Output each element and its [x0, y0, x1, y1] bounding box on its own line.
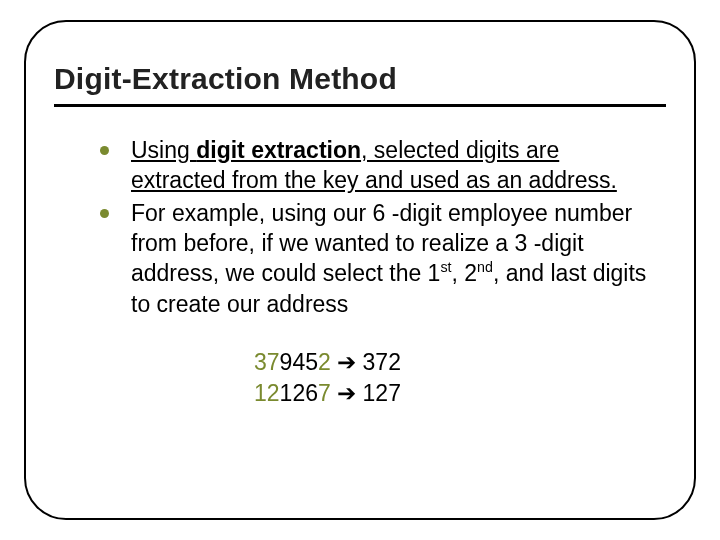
bullet-pre: Using [131, 137, 196, 163]
ex-digit-highlight: 2 [318, 349, 331, 375]
bullet-segment: , 2 [452, 260, 478, 286]
example-block: 379452 ➔ 372 121267 ➔ 127 [254, 347, 666, 409]
ex-digit-highlight: 7 [267, 349, 280, 375]
bullet-dot-icon [100, 209, 109, 218]
arrow-icon: ➔ [337, 380, 356, 406]
list-item: Using digit extraction, selected digits … [100, 135, 656, 196]
bullet-list: Using digit extraction, selected digits … [100, 135, 656, 319]
ex-digit: 945 [280, 349, 318, 375]
ex-result: 372 [363, 349, 401, 375]
ex-digit-highlight: 1 [254, 380, 267, 406]
ordinal-sup: nd [477, 260, 493, 276]
ex-digit: 126 [280, 380, 318, 406]
example-line: 121267 ➔ 127 [254, 378, 666, 409]
slide-frame: Digit-Extraction Method Using digit extr… [24, 20, 696, 520]
ex-digit-highlight: 3 [254, 349, 267, 375]
slide-title: Digit-Extraction Method [54, 62, 666, 107]
ex-digit-highlight: 7 [318, 380, 331, 406]
ex-result: 127 [363, 380, 401, 406]
ordinal-sup: st [440, 260, 451, 276]
ex-digit-highlight: 2 [267, 380, 280, 406]
arrow-icon: ➔ [337, 349, 356, 375]
example-line: 379452 ➔ 372 [254, 347, 666, 378]
list-item: For example, using our 6 -digit employee… [100, 198, 656, 319]
bullet-text: Using digit extraction, selected digits … [131, 135, 656, 196]
slide-container: Digit-Extraction Method Using digit extr… [0, 0, 720, 540]
bullet-dot-icon [100, 146, 109, 155]
bullet-text: For example, using our 6 -digit employee… [131, 198, 656, 319]
bullet-term: digit extraction [196, 137, 361, 163]
